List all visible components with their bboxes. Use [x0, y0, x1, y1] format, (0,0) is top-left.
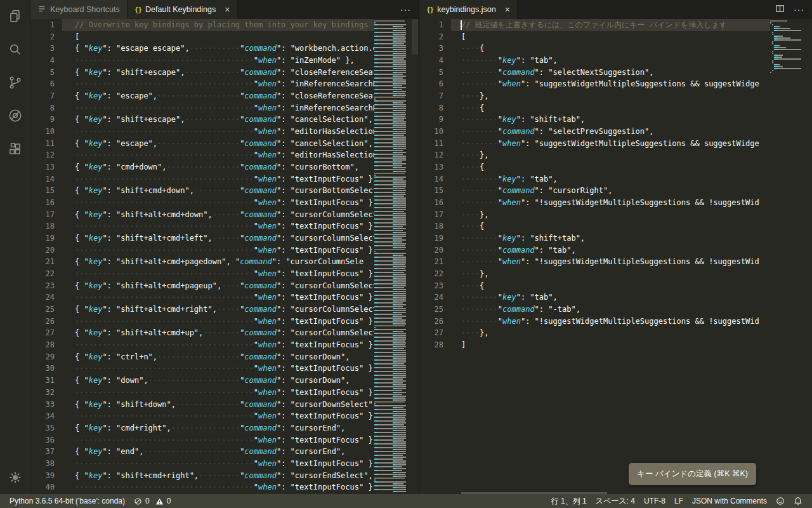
right-editor[interactable]: 1234567891011121314151617181920212223242…: [419, 19, 812, 494]
eol-status[interactable]: LF: [670, 497, 688, 505]
split-editor-icon[interactable]: [775, 4, 785, 15]
code-line[interactable]: { "key": "shift+alt+cmd+up",········"com…: [62, 327, 374, 339]
encoding-status[interactable]: UTF-8: [639, 497, 670, 505]
code-line[interactable]: ····},: [451, 149, 770, 161]
code-line[interactable]: { "key": "ctrl+n",··················"com…: [62, 351, 374, 363]
search-icon[interactable]: [6, 41, 24, 58]
left-code-area[interactable]: // Overwrite key bindings by placing the…: [62, 19, 374, 494]
explorer-icon[interactable]: [6, 8, 24, 25]
code-line[interactable]: ····{: [451, 280, 770, 292]
code-line[interactable]: ········"when": "suggestWidgetMultipleSu…: [451, 138, 770, 150]
settings-gear-icon[interactable]: [6, 469, 24, 486]
python-interpreter-status[interactable]: Python 3.6.5 64-bit ('base': conda): [5, 497, 129, 505]
notifications-bell-icon[interactable]: [789, 497, 807, 505]
code-line[interactable]: { "key": "cmd+right",···············"com…: [62, 422, 374, 434]
code-line[interactable]: { "key": "shift+down",··············"com…: [62, 399, 374, 411]
code-line[interactable]: ····{: [451, 43, 770, 55]
code-line[interactable]: ········"key": "tab",: [451, 291, 770, 304]
code-line[interactable]: ········"key": "tab",: [451, 55, 770, 67]
code-line[interactable]: { "key": "escape",··················"com…: [62, 138, 374, 150]
problems-status[interactable]: 0 0: [129, 497, 175, 505]
code-line[interactable]: { "key": "shift+cmd+down",··········"com…: [62, 185, 374, 197]
code-line[interactable]: ·······································"…: [62, 363, 374, 375]
code-line[interactable]: { "key": "shift+alt+cmd+right",·····"com…: [62, 304, 374, 316]
code-line[interactable]: ········"command": "cursorRight",: [451, 185, 770, 197]
tab-keyboard-shortcuts[interactable]: Keyboard Shortcuts: [30, 0, 128, 19]
code-line[interactable]: ·······································"…: [62, 458, 374, 470]
code-line[interactable]: // Overwrite key bindings by placing the…: [62, 19, 374, 31]
code-line[interactable]: { "key": "shift+alt+cmd+pagedown",·"comm…: [62, 256, 374, 268]
left-editor[interactable]: 1234567891011121314151617181920212223242…: [30, 19, 419, 494]
code-line[interactable]: ·······································"…: [62, 55, 374, 67]
code-line[interactable]: { "key": "shift+alt+cmd+down",······"com…: [62, 209, 374, 221]
code-line[interactable]: { "key": "down",····················"com…: [62, 375, 374, 387]
code-line[interactable]: ·······································"…: [62, 244, 374, 257]
code-line[interactable]: ····{: [451, 220, 770, 232]
code-line[interactable]: ·······································"…: [62, 102, 374, 114]
code-line[interactable]: ····},: [451, 90, 770, 102]
code-line[interactable]: ········"key": "shift+tab",: [451, 232, 770, 244]
code-line[interactable]: ········"key": "shift+tab",: [451, 114, 770, 126]
close-tab-icon[interactable]: ×: [505, 4, 510, 15]
close-tab-icon[interactable]: ×: [225, 4, 230, 15]
define-keybinding-button[interactable]: キー バインドの定義 (⌘K ⌘K): [629, 463, 756, 485]
right-scrollbar[interactable]: [803, 19, 812, 494]
code-line[interactable]: ········"command": "-tab",: [451, 304, 770, 316]
right-code-area[interactable]: // 既定値を上書きするには、このファイル内にキー バインドを挿入します[···…: [451, 19, 770, 494]
code-line[interactable]: ·······································"…: [62, 173, 374, 185]
code-line[interactable]: { "key": "shift+alt+cmd+left",······"com…: [62, 232, 374, 244]
left-minimap[interactable]: [374, 19, 411, 494]
code-line[interactable]: ········"when": "!suggestWidgetMultipleS…: [451, 197, 770, 209]
code-line[interactable]: ·······································"…: [62, 481, 374, 493]
code-line[interactable]: { "key": "cmd+down",················"com…: [62, 161, 374, 173]
code-line[interactable]: { "key": "shift+escape",············"com…: [62, 114, 374, 126]
tab-keybindings-json[interactable]: {} keybindings.json ×: [419, 0, 518, 19]
code-line[interactable]: [: [62, 31, 374, 43]
more-actions-icon[interactable]: ···: [794, 4, 804, 15]
left-scrollbar[interactable]: [411, 19, 419, 494]
code-line[interactable]: ·······································"…: [62, 126, 374, 138]
code-line[interactable]: ·······································"…: [62, 434, 374, 446]
code-line[interactable]: ········"command": "selectNextSuggestion…: [451, 67, 770, 79]
code-line[interactable]: ····},: [451, 268, 770, 280]
code-line[interactable]: ·······································"…: [62, 410, 374, 422]
code-line[interactable]: ·······································"…: [62, 268, 374, 280]
code-line[interactable]: ·······································"…: [62, 197, 374, 209]
code-line[interactable]: { "key": "end",·····················"com…: [62, 446, 374, 458]
code-line[interactable]: ····{: [451, 102, 770, 114]
code-line[interactable]: ]: [451, 339, 770, 351]
source-control-icon[interactable]: [6, 74, 24, 91]
code-line[interactable]: { "key": "shift+escape",············"com…: [62, 67, 374, 79]
code-line[interactable]: ········"key": "tab",: [451, 173, 770, 185]
code-line[interactable]: ·······································"…: [62, 220, 374, 232]
code-line[interactable]: ····},: [451, 327, 770, 339]
extensions-icon[interactable]: [6, 140, 24, 157]
code-line[interactable]: ········"when": "!suggestWidgetMultipleS…: [451, 256, 770, 268]
code-line[interactable]: { "key": "escape",··················"com…: [62, 90, 374, 102]
indentation-status[interactable]: スペース: 4: [591, 496, 639, 507]
code-line[interactable]: ·······································"…: [62, 387, 374, 399]
left-scrollbar-slider[interactable]: [412, 19, 418, 55]
code-line[interactable]: ········"command": "tab",: [451, 244, 770, 257]
code-line[interactable]: ········"command": "selectPrevSuggestion…: [451, 126, 770, 138]
code-line[interactable]: ·······································"…: [62, 149, 374, 161]
feedback-smiley-icon[interactable]: [771, 497, 789, 505]
debug-icon[interactable]: [6, 107, 24, 124]
code-line[interactable]: ·······································"…: [62, 78, 374, 90]
code-line[interactable]: ·······································"…: [62, 339, 374, 351]
cursor-position-status[interactable]: 行 1、列 1: [547, 496, 591, 507]
code-line[interactable]: { "key": "shift+alt+cmd+pageup",····"com…: [62, 280, 374, 292]
code-line[interactable]: { "key": "shift+cmd+right",·········"com…: [62, 470, 374, 482]
right-minimap[interactable]: [770, 19, 803, 494]
code-line[interactable]: // 既定値を上書きするには、このファイル内にキー バインドを挿入します: [451, 19, 770, 31]
code-line[interactable]: ·······································"…: [62, 291, 374, 304]
more-actions-icon[interactable]: ···: [400, 4, 411, 15]
code-line[interactable]: [: [451, 31, 770, 43]
code-line[interactable]: { "key": "escape escape",···········"com…: [62, 43, 374, 55]
code-line[interactable]: ········"when": "!suggestWidgetMultipleS…: [451, 316, 770, 328]
code-line[interactable]: ····},: [451, 209, 770, 221]
code-line[interactable]: ········"when": "suggestWidgetMultipleSu…: [451, 78, 770, 90]
language-mode-status[interactable]: JSON with Comments: [688, 497, 771, 505]
code-line[interactable]: ····{: [451, 161, 770, 173]
tab-default-keybindings[interactable]: {} Default Keybindings ×: [128, 0, 238, 19]
